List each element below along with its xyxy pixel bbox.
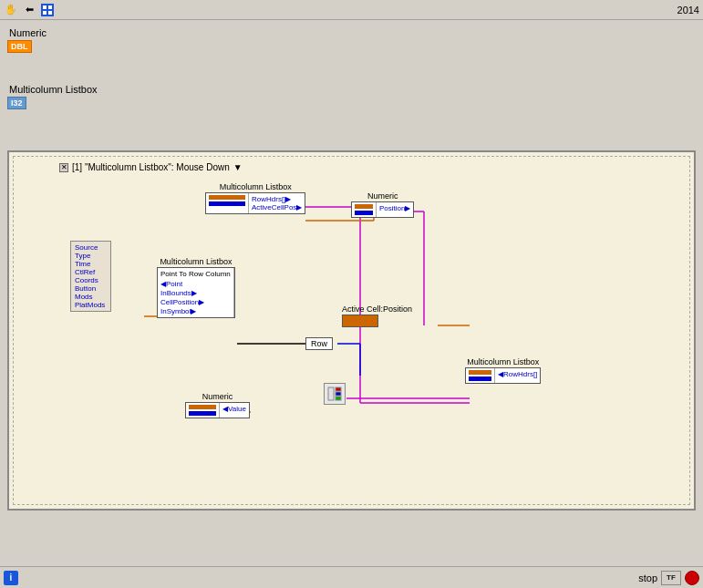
svg-rect-2 [48, 5, 52, 9]
event-item-mods: Mods [75, 293, 105, 301]
ptrc-port-inbounds: InBounds▶ [160, 289, 231, 297]
multicol-right-box: ◀RowHdrs[] [465, 367, 541, 384]
multicol-section: Multicolumn Listbox I32 [7, 84, 703, 109]
svg-rect-22 [336, 392, 341, 396]
bundle-icon [324, 383, 346, 405]
multicol-top-node: Multicolumn Listbox RowHdrs[]▶ ActiveCel… [205, 182, 305, 214]
i32-badge: I32 [7, 97, 26, 109]
numeric-bottom-node: Numeric ◀Value [185, 392, 250, 418]
multicol-right-label: Multicolumn Listbox [465, 357, 541, 366]
multicol-top-ports: RowHdrs[]▶ ActiveCellPos▶ [248, 193, 305, 213]
event-item-coords: Coords [75, 276, 105, 284]
hand-icon[interactable]: ✋ [4, 3, 18, 17]
active-cell-node: Active Cell:Position [342, 304, 412, 327]
ptrc-label: Multicolumn Listbox [157, 257, 235, 266]
active-cell-label: Active Cell:Position [342, 304, 412, 314]
ptrc-node: Multicolumn Listbox Point To Row Column … [157, 257, 235, 318]
stop-button[interactable]: TF [661, 571, 681, 585]
event-item-source: Source [75, 243, 105, 252]
diagram-title: [1] "Multicolumn Listbox": Mouse Down [72, 162, 230, 172]
svg-rect-21 [336, 387, 341, 391]
multicol-top-left [206, 193, 248, 213]
multicol-right-node: Multicolumn Listbox ◀RowHdrs[] [465, 357, 541, 384]
ptrc-port-point: ◀Point [160, 280, 231, 288]
event-block: Source Type Time CtlRef Coords Button Mo… [70, 241, 111, 312]
numeric-tr-label: Numeric [351, 191, 414, 201]
ptrc-port-cellpos: CellPosition▶ [160, 298, 231, 306]
ptrc-ports-in: ◀Point InBounds▶ CellPosition▶ InSymbol▶ [160, 280, 231, 315]
event-item-type: Type [75, 252, 105, 260]
app-icon[interactable] [40, 3, 55, 17]
ptrc-func-label: Point To Row Column [160, 270, 231, 278]
svg-rect-1 [43, 5, 47, 9]
svg-rect-3 [43, 11, 47, 15]
diagram-panel: ✕ [1] "Multicolumn Listbox": Mouse Down … [7, 150, 696, 511]
year-label: 2014 [677, 5, 699, 15]
port-value: ◀Value [222, 405, 246, 413]
multicol-label: Multicolumn Listbox [9, 84, 703, 95]
numeric-bottom-bars [186, 403, 219, 418]
row-node: Row [305, 337, 333, 350]
numeric-tr-ports: Position▶ [376, 202, 413, 217]
svg-rect-4 [48, 11, 52, 15]
diagram-arrow: ▼ [233, 162, 243, 172]
ptrc-input-side: Point To Row Column ◀Point InBounds▶ Cel… [158, 268, 234, 317]
port-activecellpos: ActiveCellPos▶ [252, 203, 302, 211]
port-position: Position▶ [379, 204, 410, 212]
numeric-bottom-box: ◀Value [185, 402, 250, 418]
port-rowhdrs: RowHdrs[]▶ [252, 195, 302, 203]
stop-label: stop [638, 573, 657, 583]
numeric-label: Numeric [9, 27, 696, 38]
svg-rect-23 [336, 397, 341, 400]
ptrc-box: Point To Row Column ◀Point InBounds▶ Cel… [157, 267, 235, 318]
back-icon[interactable]: ⬅ [22, 3, 36, 17]
status-bar: i stop TF [0, 566, 703, 588]
event-item-platmods: PlatMods [75, 301, 105, 309]
numeric-section: Numeric DBL [0, 20, 703, 57]
info-icon[interactable]: i [4, 571, 18, 585]
active-cell-box [342, 315, 378, 327]
numeric-tr-node: Numeric Position▶ [351, 191, 414, 218]
stop-red-button[interactable] [685, 571, 699, 585]
multicol-top-box: RowHdrs[]▶ ActiveCellPos▶ [205, 192, 305, 214]
multicol-top-label: Multicolumn Listbox [205, 182, 305, 191]
diagram-close-button[interactable]: ✕ [59, 163, 68, 172]
multicol-right-left [466, 368, 495, 383]
numeric-tr-box: Position▶ [351, 201, 414, 218]
port-rowhdrs-right: ◀RowHdrs[] [498, 370, 537, 378]
ptrc-port-insymbol: InSymbol▶ [160, 307, 231, 315]
toolbar: ✋ ⬅ 2014 [0, 0, 703, 20]
numeric-bottom-port: ◀Value [219, 403, 249, 418]
diagram-inner: ✕ [1] "Multicolumn Listbox": Mouse Down … [13, 156, 690, 505]
event-item-button: Button [75, 284, 105, 293]
event-item-time: Time [75, 260, 105, 268]
numeric-bottom-label: Numeric [185, 392, 250, 401]
event-item-ctlref: CtlRef [75, 268, 105, 276]
diagram-titlebar: ✕ [1] "Multicolumn Listbox": Mouse Down … [59, 162, 243, 172]
stop-section: stop TF [638, 571, 699, 585]
numeric-tr-left [352, 202, 376, 217]
dbl-badge: DBL [7, 40, 32, 53]
svg-rect-20 [328, 387, 334, 400]
multicol-right-port: ◀RowHdrs[] [495, 368, 540, 383]
